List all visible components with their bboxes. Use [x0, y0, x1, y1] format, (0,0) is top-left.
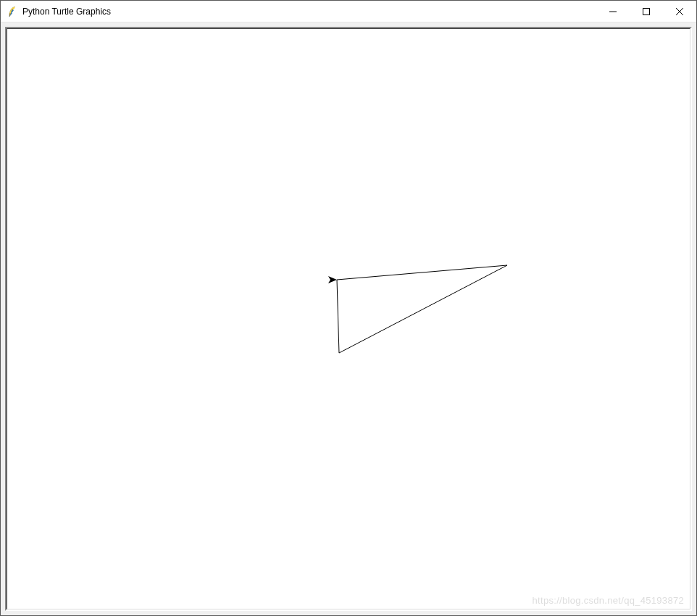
maximize-button[interactable] — [630, 1, 663, 22]
window-title: Python Turtle Graphics — [22, 1, 596, 22]
turtle-cursor-icon — [328, 276, 337, 283]
turtle-drawn-path — [337, 265, 507, 353]
close-button[interactable] — [663, 1, 696, 22]
window-controls — [596, 1, 696, 22]
minimize-button[interactable] — [596, 1, 630, 22]
svg-marker-1 — [328, 276, 337, 283]
turtle-canvas — [7, 29, 690, 609]
canvas-frame: https://blog.csdn.net/qq_45193872 — [5, 27, 692, 611]
titlebar[interactable]: Python Turtle Graphics — [1, 1, 696, 22]
application-window: Python Turtle Graphics https — [0, 0, 697, 616]
canvas-inner: https://blog.csdn.net/qq_45193872 — [7, 28, 690, 609]
python-feather-icon — [7, 6, 18, 17]
svg-rect-0 — [643, 8, 650, 14]
client-area: https://blog.csdn.net/qq_45193872 — [1, 22, 696, 615]
